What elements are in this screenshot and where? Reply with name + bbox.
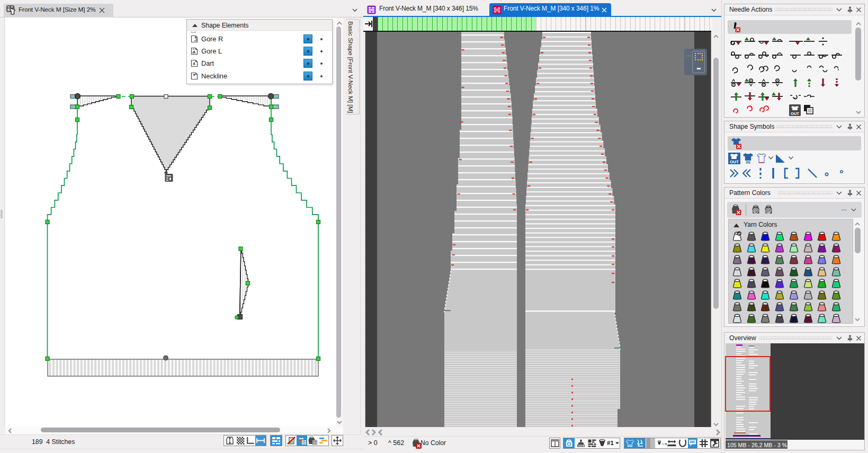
svg-text:P: P (754, 208, 757, 214)
svg-text:OUT: OUT (791, 111, 799, 116)
svg-text:OUT: OUT (730, 159, 739, 164)
svg-text:S: S (767, 208, 770, 214)
svg-text:IN: IN (746, 160, 750, 165)
